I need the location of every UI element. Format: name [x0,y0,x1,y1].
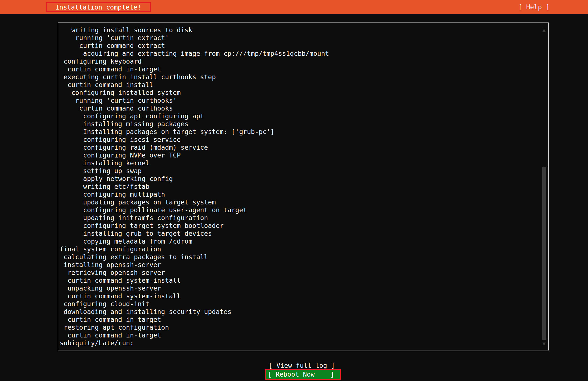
page-title: Installation complete! [56,3,141,11]
reboot-annotation-box: [ Reboot Now ] [265,369,341,380]
install-log-text: writing install sources to disk running … [58,23,548,347]
view-log-bracket-open: [ [269,362,276,369]
scroll-down-icon[interactable]: ▼ [541,341,547,346]
scroll-up-icon[interactable]: ▲ [541,27,547,33]
install-log-panel: writing install sources to disk running … [58,22,549,350]
view-full-log-button[interactable]: [ View full log ] [269,362,335,369]
reboot-now-button[interactable]: [ Reboot Now ] [266,370,340,379]
reboot-bracket-close: ] [330,370,334,378]
reboot-bracket-open: [ [268,370,276,378]
view-log-bracket-close: ] [327,362,335,369]
reboot-shortcut-letter: R [276,370,280,378]
help-button[interactable]: [ Help ] [518,0,550,14]
title-annotation-box: Installation complete! [46,2,151,12]
top-bar: Installation complete! [ Help ] [0,0,588,14]
scrollbar-thumb[interactable] [542,167,546,340]
reboot-label-rest: eboot Now [280,370,330,378]
view-log-label: View full log [276,362,327,369]
